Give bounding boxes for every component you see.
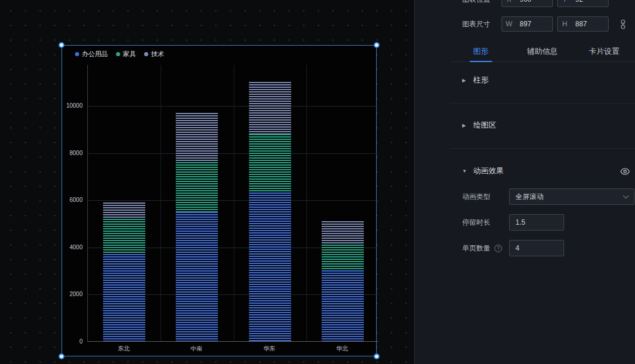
bar-segment [103, 202, 145, 219]
section-bar-shape[interactable]: ▶ 柱形 [462, 74, 489, 87]
chart-legend: 办公用品家具技术 [75, 50, 164, 59]
panel-tabs: 图形 辅助信息 卡片设置 [450, 41, 635, 62]
section-plot-area[interactable]: ▶ 绘图区 [462, 119, 496, 132]
bar-segment [103, 254, 145, 341]
chart-size-row: 图表尺寸 W H [415, 16, 635, 32]
resize-handle-top-right[interactable] [374, 42, 380, 48]
legend-label: 家具 [123, 50, 136, 59]
resize-handle-top-left[interactable] [59, 42, 64, 48]
bar-segment [176, 162, 218, 212]
aspect-link-icon[interactable] [618, 18, 627, 30]
animation-type-label: 动画类型 [462, 188, 490, 205]
bar-segment [176, 212, 218, 341]
chart-position-row: 图表位置 X Y [415, 0, 635, 7]
tab-card-settings-label: 卡片设置 [589, 46, 619, 57]
plot-area [87, 65, 378, 342]
legend-item[interactable]: 家具 [116, 50, 136, 59]
x-tick-label: 中南 [160, 345, 233, 353]
x-tick-label: 东北 [87, 345, 160, 353]
stay-duration-label: 停留时长 [462, 214, 490, 231]
page-count-label: 单页数量 [462, 240, 490, 256]
page-count-input[interactable] [509, 240, 564, 256]
animation-type-value: 全屏滚动 [515, 192, 544, 202]
size-h-group: H [557, 16, 609, 32]
chart-size-label: 图表尺寸 [462, 16, 490, 32]
section-animation[interactable]: ▼ 动画效果 [462, 164, 504, 177]
stay-duration-input[interactable] [509, 214, 564, 231]
section-bar-shape-label: 柱形 [473, 75, 489, 85]
tab-aux-info[interactable]: 辅助信息 [511, 41, 573, 61]
y-tick-label: 8000 [61, 150, 83, 156]
section-plot-area-label: 绘图区 [473, 120, 496, 131]
position-x-input[interactable] [516, 0, 552, 4]
legend-item[interactable]: 办公用品 [75, 50, 108, 59]
caret-right-icon: ▶ [462, 78, 468, 83]
caret-down-icon: ▼ [462, 169, 468, 174]
animation-type-select[interactable]: 全屏滚动 [509, 188, 634, 205]
tab-aux-info-label: 辅助信息 [527, 46, 558, 57]
section-divider [450, 103, 635, 104]
tab-graph-label: 图形 [473, 46, 489, 57]
section-divider [450, 148, 635, 149]
legend-label: 技术 [151, 50, 164, 59]
y-tick-label: 2000 [61, 291, 83, 297]
y-tick-label: 10000 [61, 102, 83, 109]
legend-dot-icon [75, 52, 79, 56]
position-x-prefix: X [502, 0, 516, 4]
x-tick-label: 华东 [233, 345, 306, 353]
size-h-input[interactable] [572, 20, 608, 28]
size-w-input[interactable] [516, 20, 552, 28]
legend-item[interactable]: 技术 [144, 50, 164, 59]
position-y-group: Y [557, 0, 609, 7]
bar-segment [249, 193, 291, 341]
gridline [306, 65, 307, 341]
gridline [234, 65, 234, 341]
bar-segment [322, 245, 364, 270]
position-x-group: X [501, 0, 553, 7]
size-h-prefix: H [558, 20, 572, 28]
tab-graph[interactable]: 图形 [450, 41, 511, 61]
design-canvas[interactable]: 办公用品家具技术 0200040006000800010000 东北中南华东华北 [0, 0, 414, 364]
chevron-down-icon [623, 193, 629, 198]
gridline [161, 65, 161, 341]
bar-segment [249, 134, 291, 193]
legend-dot-icon [116, 52, 120, 56]
eye-icon[interactable] [620, 167, 630, 176]
bar-segment [103, 219, 145, 254]
size-w-group: W [501, 16, 553, 32]
size-w-prefix: W [502, 20, 516, 28]
bar-segment [322, 221, 364, 245]
y-tick-label: 4000 [61, 244, 83, 250]
bar-segment [322, 270, 364, 341]
position-y-input[interactable] [572, 0, 608, 4]
y-tick-label: 0 [61, 338, 83, 345]
chart-widget[interactable]: 办公用品家具技术 0200040006000800010000 东北中南华东华北 [62, 45, 377, 356]
section-animation-label: 动画效果 [473, 166, 504, 176]
resize-handle-bottom-left[interactable] [59, 353, 64, 359]
tab-card-settings[interactable]: 卡片设置 [573, 41, 635, 61]
x-axis-labels: 东北中南华东华北 [87, 345, 378, 353]
y-axis-labels: 0200040006000800010000 [62, 65, 84, 342]
app-root: 办公用品家具技术 0200040006000800010000 东北中南华东华北… [0, 0, 635, 364]
bar-segment [249, 82, 291, 134]
x-tick-label: 华北 [306, 345, 378, 353]
y-tick-label: 6000 [61, 197, 83, 203]
bar-segment [176, 113, 218, 163]
position-y-prefix: Y [558, 0, 572, 4]
resize-handle-bottom-right[interactable] [374, 353, 380, 359]
caret-right-icon: ▶ [462, 123, 468, 128]
legend-label: 办公用品 [82, 50, 108, 59]
help-icon[interactable]: ? [494, 245, 502, 252]
chart-position-label: 图表位置 [462, 0, 490, 7]
settings-panel: 图表位置 X Y 图表尺寸 W H [414, 0, 635, 364]
legend-dot-icon [144, 52, 148, 56]
